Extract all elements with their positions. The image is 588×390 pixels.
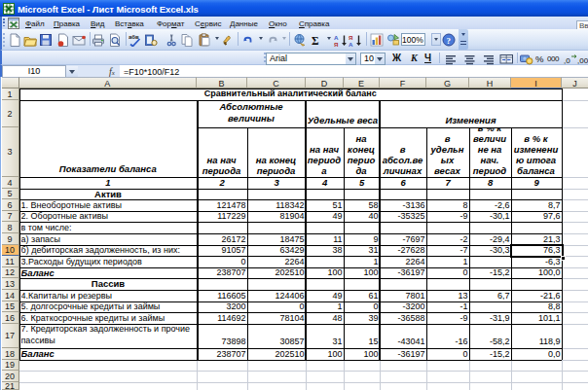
svg-text:Я: Я — [349, 33, 353, 40]
svg-text:,0: ,0 — [564, 56, 570, 65]
svg-text:,00: ,00 — [577, 56, 588, 65]
svg-text:абв: абв — [129, 34, 139, 40]
svg-text:Σ: Σ — [312, 34, 319, 46]
svg-text:?: ? — [447, 35, 452, 45]
svg-text:А: А — [334, 33, 339, 40]
svg-text:А: А — [349, 40, 353, 47]
svg-text:Я: Я — [334, 40, 339, 47]
